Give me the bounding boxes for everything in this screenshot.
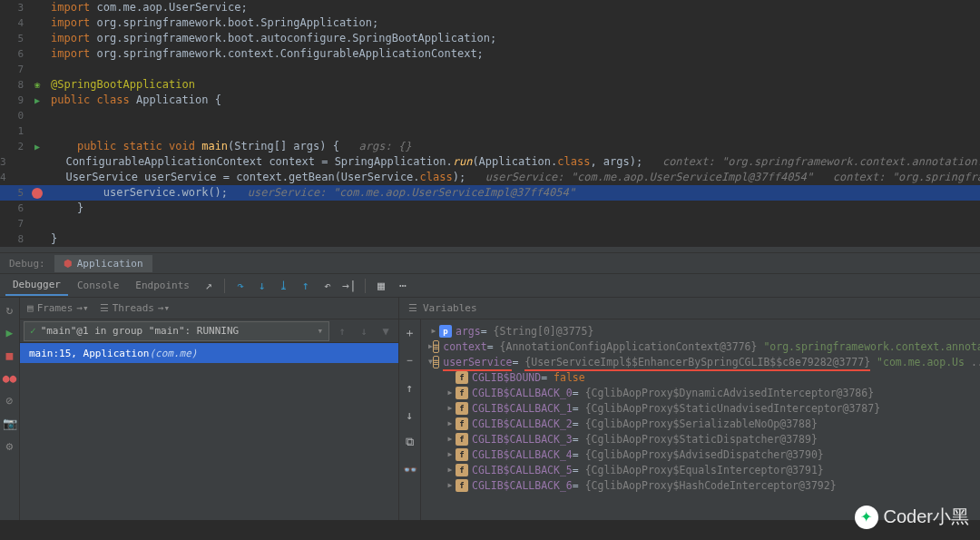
expand-icon[interactable]: ▶ (445, 388, 456, 397)
tab-console[interactable]: Console (70, 276, 126, 295)
var-type-icon: f (456, 402, 468, 415)
code-line[interactable]: 5 userService.work(); userService: "com.… (0, 185, 980, 201)
move-down-icon[interactable]: ↓ (400, 405, 420, 425)
code-text[interactable] (47, 216, 51, 231)
code-line[interactable]: 0 (0, 108, 980, 123)
variable-row[interactable]: ▼≡userService = {UserServiceImpl$$Enhanc… (421, 354, 980, 369)
new-watch-icon[interactable]: ＋ (400, 323, 420, 343)
resume-icon[interactable]: ▶ (6, 326, 14, 339)
code-text[interactable] (47, 123, 51, 139)
code-line[interactable]: 8❀@SpringBootApplication (0, 77, 980, 93)
variable-row[interactable]: ▶fCGLIB$CALLBACK_6 = {CglibAopProxy$Hash… (421, 477, 980, 493)
variable-row[interactable]: ▶fCGLIB$CALLBACK_2 = {CglibAopProxy$Seri… (421, 416, 980, 431)
code-text[interactable] (47, 108, 51, 123)
code-line[interactable]: 9▶public class Application { (0, 93, 980, 108)
spring-icon[interactable]: ❀ (27, 77, 47, 93)
force-step-into-icon[interactable]: ⤓ (274, 276, 294, 296)
threads-tab[interactable]: ☰ Threads →▾ (100, 302, 171, 314)
variable-name: CGLIB$CALLBACK_6 (472, 479, 573, 492)
code-line[interactable]: 7 (0, 216, 980, 231)
step-out-icon[interactable]: ↑ (296, 276, 316, 296)
variable-row[interactable]: ▶fCGLIB$CALLBACK_1 = {CglibAopProxy$Stat… (421, 400, 980, 416)
thread-dropdown[interactable]: ✓ "main"@1 in group "main": RUNNING ▾ (24, 321, 329, 341)
code-line[interactable]: 4 UserService userService = context.getB… (0, 170, 980, 185)
code-text[interactable]: import org.springframework.boot.autoconf… (47, 31, 496, 46)
code-text[interactable]: @SpringBootApplication (47, 77, 195, 93)
expand-icon[interactable]: ▶ (445, 404, 456, 412)
debug-run-config-tab[interactable]: ⬢ Application (54, 255, 152, 272)
code-line[interactable]: 3import com.me.aop.UserService; (0, 0, 980, 15)
line-number: 4 (0, 170, 10, 185)
variables-tree[interactable]: ▶pargs = {String[0]@3775}▶≡context = {An… (421, 319, 980, 520)
expand-icon[interactable]: ▶ (445, 481, 456, 489)
variable-row[interactable]: ▶fCGLIB$CALLBACK_4 = {CglibAopProxy$Advi… (421, 447, 980, 462)
debug-body: ↻ ▶ ■ ●● ⊘ 📷 ⚙ ▤ Frames →▾ ☰ Threads →▾ … (0, 298, 980, 520)
stop-icon[interactable]: ■ (6, 349, 14, 362)
code-text[interactable]: } (47, 231, 57, 247)
code-text[interactable]: } (47, 201, 83, 216)
variable-row[interactable]: ▶≡context = {AnnotationConfigApplication… (421, 339, 980, 354)
tab-endpoints[interactable]: Endpoints (128, 276, 197, 295)
variable-row[interactable]: ▶fCGLIB$CALLBACK_0 = {CglibAopProxy$Dyna… (421, 385, 980, 400)
step-over-icon[interactable]: ↷ (230, 276, 250, 296)
frames-tab[interactable]: ▤ Frames →▾ (27, 302, 89, 314)
list-icon: ☰ (408, 302, 417, 314)
code-text[interactable]: public class Application { (47, 93, 221, 108)
external-icon[interactable]: ↗ (199, 276, 219, 296)
step-into-icon[interactable]: ↓ (252, 276, 272, 296)
rerun-icon[interactable]: ↻ (6, 303, 14, 317)
code-line[interactable]: 7 (0, 62, 980, 77)
code-text[interactable]: public static void main(String[] args) {… (47, 139, 411, 154)
variable-row[interactable]: ▶fCGLIB$CALLBACK_3 = {CglibAopProxy$Stat… (421, 431, 980, 447)
code-line[interactable]: 2▶ public static void main(String[] args… (0, 139, 980, 154)
tab-debugger[interactable]: Debugger (5, 275, 68, 296)
remove-watch-icon[interactable]: － (400, 350, 420, 370)
view-breakpoints-icon[interactable]: ●● (3, 371, 17, 385)
mute-breakpoints-icon[interactable]: ⊘ (6, 394, 14, 407)
variable-row[interactable]: ▶pargs = {String[0]@3775} (421, 323, 980, 339)
code-line[interactable]: 6 } (0, 201, 980, 216)
code-line[interactable]: 3 ConfigurableApplicationContext context… (0, 154, 980, 170)
variable-row[interactable]: fCGLIB$BOUND = false (421, 369, 980, 385)
code-line[interactable]: 6import org.springframework.context.Conf… (0, 46, 980, 62)
expand-icon[interactable]: ▶ (445, 450, 456, 458)
stack-frame-row[interactable]: main:15, Application (com.me) (20, 343, 398, 363)
code-editor[interactable]: 3import com.me.aop.UserService;4import o… (0, 0, 980, 252)
duplicate-icon[interactable]: ⧉ (400, 432, 420, 452)
move-up-icon[interactable]: ↑ (400, 378, 420, 398)
code-text[interactable]: userService.work(); userService: "com.me… (47, 185, 575, 201)
evaluate-expression-icon[interactable]: ▦ (371, 276, 391, 296)
run-to-cursor-icon[interactable]: →| (339, 276, 359, 296)
code-text[interactable] (47, 62, 51, 77)
expand-icon[interactable]: ▶ (445, 419, 456, 427)
code-line[interactable]: 5import org.springframework.boot.autocon… (0, 31, 980, 46)
code-text[interactable]: import org.springframework.boot.SpringAp… (47, 15, 378, 31)
run-gutter-icon[interactable]: ▶ (27, 139, 47, 154)
prev-frame-icon[interactable]: ↑ (333, 322, 351, 340)
drop-frame-icon[interactable]: ↶ (318, 276, 338, 296)
code-text[interactable]: import org.springframework.context.Confi… (47, 46, 484, 62)
expand-icon[interactable]: ▶ (428, 327, 439, 335)
code-text[interactable]: import com.me.aop.UserService; (47, 0, 248, 15)
code-line[interactable]: 4import org.springframework.boot.SpringA… (0, 15, 980, 31)
show-watches-icon[interactable]: 👓 (400, 459, 420, 479)
filter-icon[interactable]: ▼ (377, 322, 395, 340)
settings-icon[interactable]: ⚙ (6, 439, 14, 453)
expand-icon[interactable]: ▶ (445, 466, 456, 474)
expand-icon[interactable]: ▶ (445, 435, 456, 443)
trace-current-stream-icon[interactable]: ⋯ (393, 276, 413, 296)
breadcrumb-method[interactable]: main() (142, 251, 178, 253)
next-frame-icon[interactable]: ↓ (355, 322, 373, 340)
variable-row[interactable]: ▶fCGLIB$CALLBACK_5 = {CglibAopProxy$Equa… (421, 462, 980, 477)
code-line[interactable]: 8} (0, 231, 980, 247)
variables-panel: ☰ Variables ＋ － ↑ ↓ ⧉ 👓 ▶pargs = {String… (399, 298, 980, 520)
code-text[interactable]: UserService userService = context.getBea… (10, 170, 980, 185)
breakpoint-icon[interactable] (27, 185, 47, 201)
get-thread-dump-icon[interactable]: 📷 (3, 417, 17, 430)
code-text[interactable]: ConfigurableApplicationContext context =… (10, 154, 980, 170)
run-gutter-icon[interactable]: ▶ (27, 93, 47, 108)
code-line[interactable]: 1 (0, 123, 980, 139)
line-number: 9 (0, 93, 27, 108)
vars-toolbar: ＋ － ↑ ↓ ⧉ 👓 (399, 319, 421, 520)
breadcrumb-class[interactable]: Application (51, 251, 117, 253)
